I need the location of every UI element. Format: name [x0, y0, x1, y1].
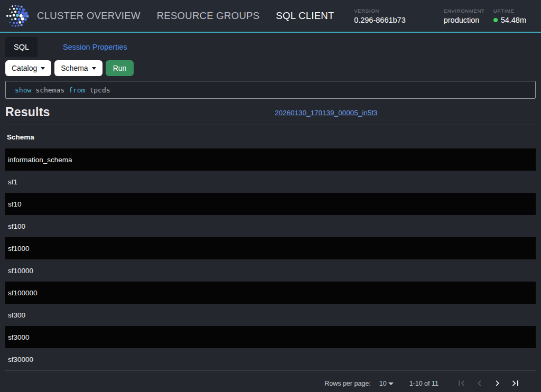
- sql-keyword: show: [15, 86, 31, 94]
- version-stat: VERSION 0.296-8661b73: [354, 8, 406, 24]
- table-row: sf100000: [5, 282, 536, 304]
- uptime-value-wrap: 54.48m: [493, 16, 526, 24]
- table-column-header-schema: Schema: [5, 125, 536, 148]
- version-label: VERSION: [354, 8, 406, 14]
- table-row: sf10000: [5, 259, 536, 282]
- rows-per-page-value: 10: [379, 380, 387, 387]
- chevron-left-icon: [474, 378, 485, 389]
- results-table: information_schema sf1 sf10 sf100 sf1000…: [5, 148, 536, 370]
- nav-item-resource-groups[interactable]: RESOURCE GROUPS: [157, 10, 260, 22]
- previous-page-button[interactable]: [473, 377, 486, 390]
- uptime-value: 54.48m: [501, 16, 526, 24]
- pagination-range-label: 1-10 of 11: [409, 380, 439, 387]
- caret-down-icon: [388, 382, 394, 385]
- results-title: Results: [5, 105, 536, 119]
- schema-dropdown-button[interactable]: Schema: [54, 60, 102, 76]
- query-toolbar: Catalog Schema Run: [5, 59, 536, 78]
- table-row: sf100: [5, 215, 536, 237]
- sql-keyword: from: [69, 86, 85, 94]
- editor-tabs: SQL Session Properties: [5, 37, 536, 57]
- run-query-button[interactable]: Run: [106, 60, 134, 76]
- caret-down-icon: [41, 67, 45, 70]
- uptime-status-dot-icon: [493, 18, 498, 22]
- rows-per-page-select[interactable]: 10: [379, 380, 394, 387]
- table-row: sf1000: [5, 237, 536, 259]
- last-page-button[interactable]: [509, 377, 521, 390]
- last-page-icon: [510, 378, 521, 389]
- uptime-stat: UPTIME 54.48m: [493, 8, 526, 24]
- sql-client-page: SQL Session Properties Catalog Schema Ru…: [0, 37, 541, 392]
- nav-item-cluster-overview[interactable]: CLUSTER OVERVIEW: [37, 10, 141, 22]
- table-row: sf30000: [5, 348, 536, 370]
- table-row: information_schema: [5, 148, 536, 171]
- schema-dropdown-label: Schema: [61, 64, 88, 72]
- pagination-bar: Rows per page: 10 1-10 of 11: [5, 371, 536, 392]
- uptime-label: UPTIME: [493, 8, 526, 14]
- rows-per-page-label: Rows per page:: [324, 380, 371, 387]
- environment-label: ENVIRONMENT: [444, 8, 485, 14]
- catalog-dropdown-button[interactable]: Catalog: [5, 60, 51, 76]
- sql-identifier: schemas: [35, 86, 64, 94]
- table-row: sf1: [5, 171, 536, 193]
- sql-identifier: tpcds: [89, 86, 110, 94]
- trino-dots-logo-icon: [5, 4, 30, 28]
- table-row: sf10: [5, 193, 536, 215]
- catalog-dropdown-label: Catalog: [12, 64, 37, 72]
- main-nav: CLUSTER OVERVIEW RESOURCE GROUPS SQL CLI…: [37, 10, 351, 22]
- results-header: Results 20260130_170139_00005_in5f3: [5, 105, 536, 122]
- tab-sql[interactable]: SQL: [5, 37, 38, 57]
- cluster-stats: VERSION 0.296-8661b73 ENVIRONMENT produc…: [354, 8, 541, 24]
- first-page-button[interactable]: [455, 377, 468, 390]
- chevron-right-icon: [492, 378, 503, 389]
- tab-session-properties[interactable]: Session Properties: [63, 43, 127, 51]
- table-row: sf3000: [5, 326, 536, 348]
- version-value: 0.296-8661b73: [354, 16, 406, 24]
- next-page-button[interactable]: [491, 377, 503, 390]
- top-navbar: CLUSTER OVERVIEW RESOURCE GROUPS SQL CLI…: [0, 0, 541, 33]
- nav-item-sql-client[interactable]: SQL CLIENT: [276, 10, 334, 22]
- sql-query-editor[interactable]: show schemas from tpcds: [5, 81, 536, 99]
- environment-value: production: [444, 16, 485, 24]
- table-row: sf300: [5, 304, 536, 326]
- caret-down-icon: [92, 67, 96, 70]
- query-id-link[interactable]: 20260130_170139_00005_in5f3: [275, 109, 377, 117]
- environment-stat: ENVIRONMENT production: [444, 8, 485, 24]
- first-page-icon: [456, 378, 467, 389]
